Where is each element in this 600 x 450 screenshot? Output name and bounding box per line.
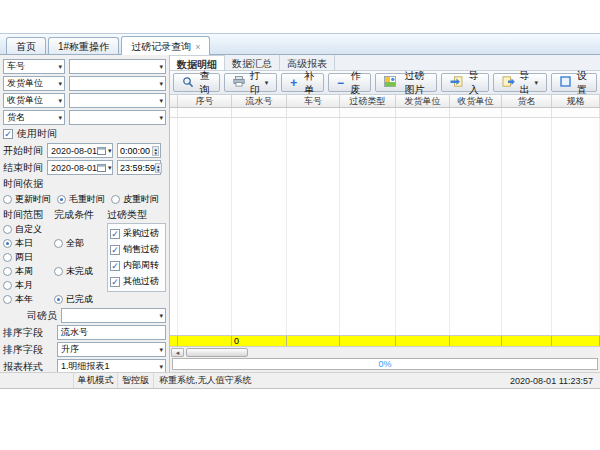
radio-two-days[interactable]: 两日	[3, 251, 51, 264]
checkbox-internal-transfer[interactable]: ✓内部周转	[110, 259, 163, 272]
supplement-order-button[interactable]: + 补单	[281, 73, 324, 92]
filter-columns: 时间范围 自定义 本日 两日 本周 本月 本年 完成条件 全部 未完成 已完成 …	[3, 208, 166, 306]
horizontal-scrollbar[interactable]: ◂	[170, 346, 600, 357]
void-button[interactable]: − 作废	[328, 73, 371, 92]
sort-order-row: 排序字段 升序 ▾	[3, 342, 166, 357]
radio-icon	[3, 281, 12, 290]
radio-this-month[interactable]: 本月	[3, 279, 51, 292]
scroll-left-icon[interactable]: ◂	[171, 348, 184, 357]
row-selector-header	[170, 95, 178, 107]
radio-icon	[54, 267, 63, 276]
tab-weigh-record-query[interactable]: 过磅记录查询 ×	[121, 36, 210, 55]
grid-body-empty[interactable]	[170, 118, 600, 335]
radio-this-week[interactable]: 本周	[3, 265, 51, 278]
radio-gross-time[interactable]: 毛重时间	[57, 193, 105, 206]
radio-custom-range[interactable]: 自定义	[3, 223, 51, 236]
sort-field-input[interactable]: 流水号	[57, 325, 166, 340]
grid-summary-row: 0	[170, 335, 600, 346]
end-time-label: 结束时间	[3, 161, 43, 175]
goods-field-selector[interactable]: 货名 ▾	[3, 110, 65, 125]
radio-this-year[interactable]: 本年	[3, 293, 51, 306]
column-header-weigh-type[interactable]: 过磅类型	[340, 95, 396, 107]
shipper-field-selector[interactable]: 发货单位 ▾	[3, 76, 65, 91]
column-header-serial[interactable]: 流水号	[232, 95, 287, 107]
checkbox-purchase-weigh[interactable]: ✓采购过磅	[110, 227, 163, 240]
time-range-column: 时间范围 自定义 本日 两日 本周 本月 本年	[3, 208, 51, 306]
column-header-shipper[interactable]: 发货单位	[396, 95, 450, 107]
report-style-combo[interactable]: 1.明细报表1 ▾	[57, 359, 166, 372]
start-time-spinner[interactable]: 0:00:00 ▴▾	[117, 143, 161, 158]
radio-unfinished[interactable]: 未完成	[54, 265, 104, 278]
data-panel: 数据明细 数据汇总 高级报表 查询 打印 ▾ + 补单	[170, 55, 600, 372]
import-button[interactable]: 导入	[441, 73, 488, 92]
scrollbar-thumb[interactable]	[186, 348, 248, 357]
vehicle-field-selector[interactable]: 车号 ▾	[3, 59, 65, 74]
tab-home-label: 首页	[16, 40, 36, 54]
radio-all[interactable]: 全部	[54, 237, 104, 250]
radio-today[interactable]: 本日	[3, 237, 51, 250]
sort-order-combo[interactable]: 升序 ▾	[57, 342, 166, 357]
tab-home[interactable]: 首页	[6, 37, 46, 54]
progress-bar: 0%	[172, 358, 598, 370]
filter-row-vehicle: 车号 ▾ ▾	[3, 59, 166, 74]
weigh-type-label: 过磅类型	[107, 208, 166, 222]
receiver-value-combo[interactable]: ▾	[69, 93, 166, 108]
close-icon[interactable]: ×	[195, 42, 200, 52]
start-date-picker[interactable]: 2020-08-01 ▾	[47, 143, 113, 158]
column-header-seq[interactable]: 序号	[178, 95, 232, 107]
goods-value-combo[interactable]: ▾	[69, 110, 166, 125]
spinner-arrows-icon[interactable]: ▴▾	[155, 163, 162, 173]
radio-icon	[54, 295, 63, 304]
radio-icon	[3, 295, 12, 304]
export-button[interactable]: 导出 ▾	[493, 73, 548, 92]
use-time-checkbox[interactable]: ✓	[3, 129, 13, 139]
column-header-receiver[interactable]: 收货单位	[450, 95, 502, 107]
time-basis-options: 更新时间 毛重时间 皮重时间	[3, 193, 166, 206]
radio-tare-time[interactable]: 皮重时间	[111, 193, 159, 206]
start-time-label: 开始时间	[3, 144, 43, 158]
weigh-photo-button[interactable]: 过磅图片	[375, 73, 437, 92]
shipper-value-combo[interactable]: ▾	[69, 76, 166, 91]
checkbox-other-weigh[interactable]: ✓其他过磅	[110, 275, 163, 288]
receiver-field-selector[interactable]: 收货单位 ▾	[3, 93, 65, 108]
column-header-goods[interactable]: 货名	[502, 95, 552, 107]
content-area: 车号 ▾ ▾ 发货单位 ▾ ▾ 收货单位 ▾	[0, 55, 600, 372]
status-spacer	[0, 373, 74, 388]
column-header-vehicle[interactable]: 车号	[287, 95, 340, 107]
settings-button[interactable]: 设置	[551, 73, 597, 92]
weigher-combo[interactable]: ▾	[61, 308, 166, 323]
radio-icon	[3, 267, 12, 276]
print-button[interactable]: 打印 ▾	[224, 73, 278, 92]
sort-field-row: 排序字段 流水号	[3, 325, 166, 340]
chevron-down-icon: ▾	[265, 79, 269, 87]
grid-filter-row[interactable]	[170, 108, 600, 118]
radio-finished[interactable]: 已完成	[54, 293, 104, 306]
checkbox-sale-weigh[interactable]: ✓销售过磅	[110, 243, 163, 256]
spinner-arrows-icon[interactable]: ▴▾	[152, 146, 159, 156]
chevron-down-icon: ▾	[106, 164, 112, 172]
finish-state-column: 完成条件 全部 未完成 已完成	[54, 208, 104, 306]
checkbox-icon: ✓	[110, 245, 120, 255]
query-button[interactable]: 查询	[173, 73, 220, 92]
tab-data-detail[interactable]: 数据明细	[170, 55, 225, 70]
tab-weigh-operation[interactable]: 1#称重操作	[48, 37, 119, 54]
radio-icon	[54, 239, 63, 248]
finish-state-label: 完成条件	[54, 208, 104, 222]
radio-icon	[111, 195, 120, 204]
start-date-value: 2020-08-01	[51, 146, 97, 156]
vehicle-value-combo[interactable]: ▾	[69, 59, 166, 74]
column-header-spec[interactable]: 规格	[552, 95, 600, 107]
filter-panel: 车号 ▾ ▾ 发货单位 ▾ ▾ 收货单位 ▾	[0, 55, 170, 372]
main-tab-bar: 首页 1#称重操作 过磅记录查询 ×	[0, 34, 600, 55]
radio-update-time[interactable]: 更新时间	[3, 193, 51, 206]
report-style-label: 报表样式	[3, 360, 53, 373]
checkbox-icon: ✓	[110, 229, 120, 239]
chevron-down-icon: ▾	[157, 114, 163, 122]
end-time-spinner[interactable]: 23:59:59 ▴▾	[117, 160, 161, 175]
shipper-field-label: 发货单位	[7, 77, 43, 90]
goods-field-label: 货名	[7, 111, 25, 124]
filter-row-shipper: 发货单位 ▾ ▾	[3, 76, 166, 91]
end-date-value: 2020-08-01	[51, 163, 97, 173]
end-date-picker[interactable]: 2020-08-01 ▾	[47, 160, 113, 175]
vehicle-field-label: 车号	[7, 60, 25, 73]
